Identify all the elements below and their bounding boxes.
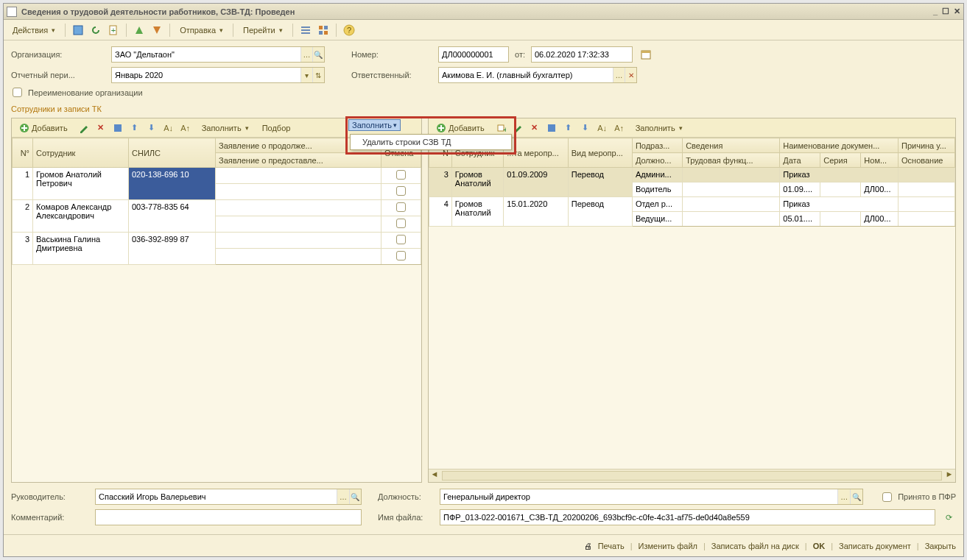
table-row[interactable]: 4 Громов Анатолий 15.01.2020 Перевод Отд… — [429, 197, 955, 212]
col-info[interactable]: Сведения — [683, 138, 780, 153]
col-series[interactable]: Серия — [820, 153, 861, 168]
col-event-type[interactable]: Вид меропр... — [568, 138, 632, 168]
col-event-date[interactable]: ...та меропр... — [504, 138, 568, 168]
table-row[interactable]: 3 Васькина Галина Дмитриевна 036-392-899… — [13, 233, 421, 249]
unpost-icon[interactable] — [150, 23, 164, 38]
leader-ellipsis-icon[interactable]: … — [337, 489, 348, 504]
col-employee[interactable]: Сотрудник — [33, 138, 129, 168]
number-field[interactable] — [438, 46, 509, 63]
table-row[interactable]: 1 Громов Анатолий Петрович 020-138-696 1… — [13, 168, 421, 184]
org-ellipsis-icon[interactable]: … — [300, 47, 312, 62]
ok-button[interactable]: OK — [813, 542, 826, 550]
col-statement2[interactable]: Заявление о предоставле... — [216, 153, 381, 168]
cancel-checkbox[interactable] — [396, 170, 406, 180]
leader-input[interactable] — [96, 492, 337, 501]
col-labor-func[interactable]: Трудовая функц... — [683, 153, 780, 168]
period-dropdown-icon[interactable]: ▾ — [300, 68, 312, 82]
left-down-icon[interactable]: ⬇ — [144, 121, 159, 135]
refresh-icon[interactable] — [88, 23, 103, 38]
scroll-right-icon[interactable]: ► — [943, 469, 955, 482]
period-field[interactable]: ▾ ⇅ — [111, 67, 325, 83]
position-field[interactable]: … 🔍 — [440, 489, 863, 505]
left-fill-menu[interactable]: Заполнить — [197, 121, 253, 135]
col-date[interactable]: Дата — [780, 153, 820, 168]
add-doc-icon[interactable]: + — [106, 23, 121, 38]
edit-file-button[interactable]: Изменить файл — [639, 542, 697, 550]
left-save-icon[interactable] — [110, 121, 125, 135]
fill-dropdown-trigger[interactable]: Заполнить▾ — [348, 119, 401, 131]
cancel-checkbox[interactable] — [396, 251, 406, 260]
maximize-button[interactable]: ☐ — [942, 7, 949, 16]
list-icon[interactable] — [298, 23, 313, 38]
close-window-button[interactable]: ✕ — [954, 7, 960, 16]
right-sort-asc-icon[interactable]: A↓ — [595, 121, 610, 135]
right-sort-desc-icon[interactable]: A↑ — [612, 121, 627, 135]
left-sort-desc-icon[interactable]: A↑ — [178, 121, 193, 135]
col-reason[interactable]: Причина у... — [899, 138, 955, 153]
print-button[interactable]: Печать — [598, 542, 625, 550]
left-up-icon[interactable]: ⬆ — [127, 121, 142, 135]
comment-input[interactable] — [96, 513, 361, 522]
accepted-checkbox[interactable] — [882, 492, 892, 502]
date-field[interactable] — [531, 46, 633, 63]
col-num[interactable]: Ном... — [861, 153, 899, 168]
leader-search-icon[interactable]: 🔍 — [349, 489, 361, 504]
cancel-checkbox[interactable] — [396, 235, 406, 244]
cancel-checkbox[interactable] — [396, 202, 406, 212]
close-button[interactable]: Закрыть — [925, 542, 956, 550]
responsible-clear-icon[interactable]: ✕ — [625, 68, 636, 82]
right-fill-menu[interactable]: Заполнить — [631, 121, 687, 135]
help-icon[interactable]: ? — [342, 23, 356, 38]
right-grid[interactable]: N Сотрудник ...та меропр... Вид меропр..… — [429, 138, 955, 469]
date-input[interactable] — [532, 50, 632, 59]
org-field[interactable]: … 🔍 — [111, 46, 325, 63]
save-doc-button[interactable]: Записать документ — [839, 542, 911, 550]
send-menu[interactable]: Отправка — [175, 24, 228, 37]
scroll-left-icon[interactable]: ◄ — [429, 469, 440, 482]
col-position[interactable]: Должно... — [632, 153, 682, 168]
col-docname[interactable]: Наименование докумен... — [780, 138, 899, 153]
table-row[interactable]: 3 Громов Анатолий 01.09.2009 Перевод Адм… — [429, 168, 955, 182]
right-edit-icon[interactable] — [510, 121, 525, 135]
responsible-field[interactable]: … ✕ — [438, 67, 637, 83]
right-up-icon[interactable]: ⬆ — [561, 121, 576, 135]
post-icon[interactable] — [132, 23, 147, 38]
responsible-input[interactable] — [439, 71, 613, 79]
col-basis[interactable]: Основание — [899, 153, 955, 168]
org-search-icon[interactable]: 🔍 — [312, 47, 324, 62]
left-select-button[interactable]: Подбор — [258, 121, 295, 135]
refresh-filename-icon[interactable]: ⟳ — [941, 510, 956, 525]
calendar-icon[interactable] — [639, 47, 653, 62]
table-row[interactable]: 2 Комаров Александр Александрович 003-77… — [13, 200, 421, 216]
period-input[interactable] — [112, 71, 300, 79]
right-add-button[interactable]: Добавить — [432, 121, 489, 135]
new-icon[interactable] — [71, 23, 85, 38]
left-edit-icon[interactable] — [77, 121, 91, 135]
number-input[interactable] — [439, 50, 508, 59]
period-stepper-icon[interactable]: ⇅ — [312, 68, 324, 82]
right-delete-icon[interactable]: ✕ — [527, 121, 542, 135]
position-search-icon[interactable]: 🔍 — [850, 489, 862, 504]
rename-checkbox[interactable] — [13, 88, 22, 97]
delete-rows-item[interactable]: Удалить строки СЗВ ТД — [351, 135, 511, 149]
right-copy-icon[interactable]: + — [493, 121, 508, 135]
position-input[interactable] — [440, 492, 837, 501]
cancel-checkbox[interactable] — [396, 186, 406, 196]
cancel-checkbox[interactable] — [396, 219, 406, 228]
left-delete-icon[interactable]: ✕ — [94, 121, 108, 135]
actions-menu[interactable]: Действия — [8, 24, 60, 37]
right-save-icon[interactable] — [544, 121, 559, 135]
comment-field[interactable] — [95, 509, 362, 525]
right-down-icon[interactable]: ⬇ — [578, 121, 593, 135]
filename-input[interactable] — [440, 513, 935, 522]
right-scrollbar[interactable]: ◄ ► — [429, 469, 955, 482]
save-disk-button[interactable]: Записать файл на диск — [711, 542, 799, 550]
position-ellipsis-icon[interactable]: … — [837, 489, 850, 504]
col-snils[interactable]: СНИЛС — [129, 138, 216, 168]
left-add-button[interactable]: Добавить — [15, 121, 72, 135]
settings-icon[interactable] — [316, 23, 331, 38]
filename-field[interactable] — [440, 509, 935, 525]
left-grid[interactable]: N° Сотрудник СНИЛС Заявление о продолже.… — [12, 138, 421, 482]
left-sort-asc-icon[interactable]: A↓ — [161, 121, 176, 135]
leader-field[interactable]: … 🔍 — [95, 489, 362, 505]
